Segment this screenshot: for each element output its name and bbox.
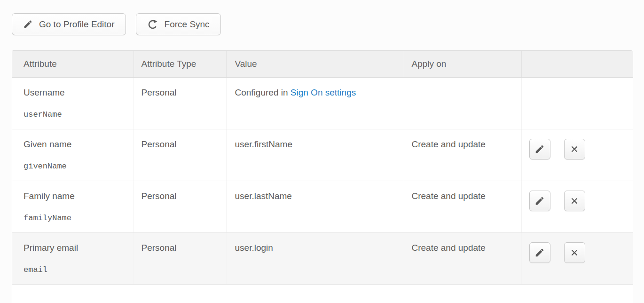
column-header-attribute-type: Attribute Type	[134, 51, 226, 77]
close-icon	[569, 196, 580, 206]
edit-attribute-button[interactable]	[529, 191, 550, 211]
cell-value: user.login	[226, 232, 404, 284]
cell-actions	[521, 129, 633, 181]
table-row-username: Username userName Personal Configured in…	[12, 77, 633, 129]
apply-on-value: Create and update	[412, 243, 486, 253]
pencil-icon	[534, 196, 545, 206]
table-row-partial	[12, 284, 633, 303]
delete-attribute-button[interactable]	[564, 139, 585, 159]
apply-on-value: Create and update	[412, 191, 486, 201]
attribute-label: Primary email	[24, 243, 134, 253]
attribute-label: Username	[24, 88, 134, 98]
attribute-type-value: Personal	[141, 88, 177, 97]
toolbar: Go to Profile Editor Force Sync	[12, 13, 221, 35]
attribute-type-value: Personal	[141, 191, 177, 201]
value-text: Configured in	[235, 88, 288, 97]
pencil-icon	[534, 144, 545, 154]
go-to-profile-editor-button[interactable]: Go to Profile Editor	[12, 13, 126, 35]
attribute-label: Given name	[24, 139, 134, 150]
table-header-row: Attribute Attribute Type Value Apply on	[12, 51, 633, 77]
cell-attribute-type: Personal	[134, 232, 226, 284]
cell-actions	[521, 77, 633, 129]
cell-attribute: Family name familyName	[12, 181, 134, 232]
sign-on-settings-link[interactable]: Sign On settings	[291, 88, 356, 97]
cell-attribute-type: Personal	[134, 129, 226, 181]
cell-value: Configured in Sign On settings	[226, 77, 404, 129]
force-sync-label: Force Sync	[165, 19, 210, 30]
cell-apply-on: Create and update	[404, 232, 521, 284]
column-header-value: Value	[226, 51, 404, 77]
cell-actions	[521, 232, 633, 284]
attribute-variable: familyName	[24, 214, 134, 223]
pencil-icon	[534, 247, 545, 258]
go-to-profile-editor-label: Go to Profile Editor	[39, 19, 115, 30]
cell-apply-on: Create and update	[404, 129, 521, 181]
pencil-icon	[23, 19, 33, 29]
attribute-type-value: Personal	[141, 243, 177, 253]
cell-attribute: Primary email email	[12, 232, 134, 284]
cell-attribute: Username userName	[12, 77, 134, 129]
delete-attribute-button[interactable]	[564, 191, 585, 211]
cell-attribute: Given name givenName	[12, 129, 134, 181]
column-header-actions	[521, 51, 633, 77]
attribute-type-value: Personal	[141, 139, 177, 149]
refresh-icon	[147, 19, 158, 30]
force-sync-button[interactable]: Force Sync	[136, 13, 221, 35]
close-icon	[569, 144, 580, 154]
attribute-variable: givenName	[24, 162, 134, 171]
column-header-attribute: Attribute	[12, 51, 134, 77]
value-text: user.firstName	[235, 139, 292, 149]
attribute-label: Family name	[24, 191, 134, 201]
column-header-apply-on: Apply on	[404, 51, 521, 77]
delete-attribute-button[interactable]	[564, 242, 585, 263]
apply-on-value: Create and update	[412, 139, 486, 149]
attribute-variable: userName	[24, 110, 134, 119]
cell-attribute-type: Personal	[134, 181, 226, 232]
table-row-primary-email: Primary email email Personal user.login …	[12, 232, 633, 284]
close-icon	[569, 247, 580, 258]
attribute-mapping-table: Attribute Attribute Type Value Apply on …	[12, 50, 633, 303]
value-text: user.lastName	[235, 191, 292, 201]
cell-value: user.lastName	[226, 181, 404, 232]
cell-value: user.firstName	[226, 129, 404, 181]
cell-actions	[521, 181, 633, 232]
edit-attribute-button[interactable]	[529, 242, 550, 263]
cell-apply-on	[404, 77, 521, 129]
cell-attribute-type: Personal	[134, 77, 226, 129]
cell-apply-on: Create and update	[404, 181, 521, 232]
table-row-given-name: Given name givenName Personal user.first…	[12, 129, 633, 181]
attribute-variable: email	[24, 265, 134, 274]
table-row-family-name: Family name familyName Personal user.las…	[12, 181, 633, 232]
edit-attribute-button[interactable]	[529, 139, 550, 159]
value-text: user.login	[235, 243, 273, 253]
